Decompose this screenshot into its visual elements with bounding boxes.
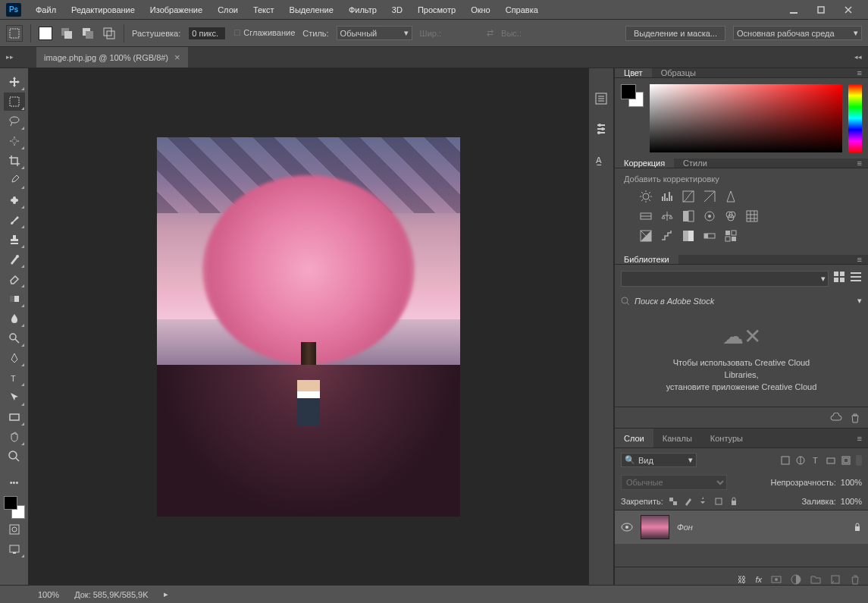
panel-menu-icon[interactable]: ≡ [851,255,868,264]
blend-mode-select[interactable]: Обычные [621,475,727,490]
adjustments-tab[interactable]: Коррекция [615,159,674,168]
gradient-tool[interactable] [4,290,25,308]
color-lookup-icon[interactable] [745,209,759,223]
color-field[interactable] [650,84,842,152]
pen-tool[interactable] [4,349,25,367]
lock-artboard-icon[interactable] [713,496,724,507]
new-layer-icon[interactable] [830,574,841,585]
menu-edit[interactable]: Редактирование [64,2,142,17]
levels-icon[interactable] [660,190,674,203]
menu-window[interactable]: Окно [464,2,497,17]
library-search[interactable]: Поиск в Adobe Stock ▾ [615,293,868,309]
history-panel-icon[interactable] [594,91,609,106]
vibrance-icon[interactable] [724,190,738,203]
quick-select-tool[interactable] [4,132,25,150]
maximize-button[interactable] [807,0,835,20]
menu-image[interactable]: Изображение [143,2,209,17]
brightness-icon[interactable] [639,190,653,203]
lock-position-icon[interactable] [698,496,709,507]
panel-menu-icon[interactable]: ≡ [851,68,868,77]
quick-mask-tool[interactable] [4,520,25,539]
select-and-mask-button[interactable]: Выделение и маска... [625,26,725,41]
workspace-select[interactable]: Основная рабочая среда▾ [733,26,862,40]
delete-layer-icon[interactable] [850,574,860,585]
properties-panel-icon[interactable] [594,121,609,137]
feather-input[interactable]: 0 пикс. [188,27,226,40]
marquee-tool[interactable] [4,93,25,111]
doc-size[interactable]: Док: 585,9K/585,9K [74,590,148,599]
photo-filter-icon[interactable] [703,209,716,223]
invert-icon[interactable] [639,229,653,243]
lock-transparency-icon[interactable] [668,496,678,507]
filter-shape-icon[interactable] [826,455,836,466]
hand-tool[interactable] [4,428,25,446]
screen-mode-tool[interactable] [4,540,25,558]
menu-select[interactable]: Выделение [283,2,340,17]
layer-filter[interactable]: 🔍 Вид ▾ [621,453,697,467]
crop-tool[interactable] [4,152,25,170]
zoom-tool[interactable] [4,448,25,466]
layers-tab[interactable]: Слои [615,429,653,448]
adjustment-layer-icon[interactable] [791,574,801,585]
selective-color-icon[interactable] [724,229,738,243]
bw-icon[interactable] [682,209,695,223]
channel-mixer-icon[interactable] [724,209,738,223]
lock-all-icon[interactable] [729,496,739,507]
color-swatches[interactable] [4,496,25,519]
layer-row[interactable]: Фон [615,510,868,544]
group-icon[interactable] [810,574,821,585]
menu-file[interactable]: Файл [29,2,63,17]
menu-help[interactable]: Справка [499,2,545,17]
status-flyout-icon[interactable]: ▸ [164,589,168,599]
posterize-icon[interactable] [660,229,674,243]
menu-filter[interactable]: Фильтр [342,2,384,17]
curves-icon[interactable] [682,190,695,203]
filter-adjust-icon[interactable] [795,455,806,466]
grid-view-icon[interactable] [833,271,845,283]
blur-tool[interactable] [4,309,25,328]
swatches-tab[interactable]: Образцы [652,68,705,77]
expand-panels-icon[interactable]: ◂◂ [854,53,862,61]
exposure-icon[interactable] [703,190,716,203]
lock-paint-icon[interactable] [683,496,694,507]
panel-menu-icon[interactable]: ≡ [851,159,868,168]
type-tool[interactable]: T [4,369,25,387]
menu-3d[interactable]: 3D [385,2,409,17]
filter-toggle[interactable] [856,455,862,466]
gradient-map-icon[interactable] [703,229,716,243]
new-selection-icon[interactable] [39,27,52,40]
foreground-color[interactable] [4,496,17,510]
brush-tool[interactable] [4,211,25,229]
filter-pixel-icon[interactable] [780,455,791,466]
subtract-selection-icon[interactable] [81,27,95,40]
cloud-sync-icon[interactable] [830,413,842,423]
list-view-icon[interactable] [850,271,862,283]
hue-icon[interactable] [639,209,653,223]
add-selection-icon[interactable] [60,27,74,40]
eraser-tool[interactable] [4,270,25,288]
eyedropper-tool[interactable] [4,171,25,190]
stamp-tool[interactable] [4,231,25,249]
menu-layer[interactable]: Слои [211,2,245,17]
link-layers-icon[interactable]: ⛓ [738,575,746,584]
library-select[interactable]: ▾ [621,271,829,287]
intersect-selection-icon[interactable] [102,27,116,40]
style-select[interactable]: Обычный▾ [337,26,412,40]
edit-toolbar[interactable]: ••• [4,473,25,492]
minimize-button[interactable] [780,0,807,20]
healing-tool[interactable] [4,191,25,209]
document-tab[interactable]: image.php.jpg @ 100% (RGB/8#) × [36,47,188,68]
menu-view[interactable]: Просмотр [411,2,462,17]
threshold-icon[interactable] [682,229,695,243]
close-button[interactable] [835,0,862,20]
history-brush-tool[interactable] [4,250,25,269]
paths-tab[interactable]: Контуры [701,429,752,448]
zoom-level[interactable]: 100% [38,590,59,599]
character-panel-icon[interactable]: A̲ [594,152,609,167]
panel-menu-icon[interactable]: ≡ [851,434,868,443]
libraries-tab[interactable]: Библиотеки [615,255,678,264]
visibility-icon[interactable] [621,523,633,532]
channels-tab[interactable]: Каналы [653,429,701,448]
path-select-tool[interactable] [4,388,25,407]
panel-color-swatches[interactable] [621,84,644,107]
